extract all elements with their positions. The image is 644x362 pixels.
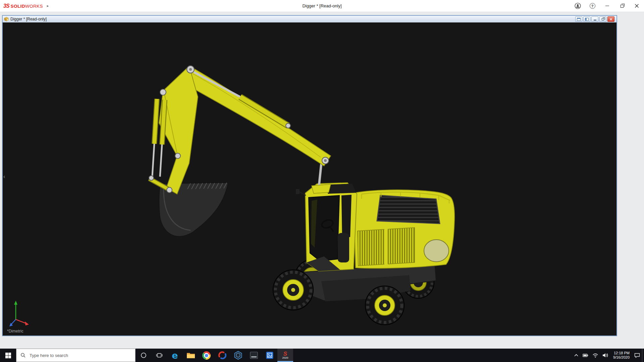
task-view-icon	[156, 352, 163, 358]
pinned-app-3-button[interactable]	[246, 349, 262, 362]
close-icon	[609, 18, 612, 21]
digger-3d-model[interactable]	[3, 22, 616, 336]
pinned-app-2-button[interactable]	[230, 349, 246, 362]
brand-solid: SOLID	[11, 4, 25, 9]
task-view-button[interactable]	[151, 349, 167, 362]
seat	[338, 233, 349, 262]
screen: 3S SOLIDWORKS ▸ Digger * [Read-only] ?	[0, 0, 644, 362]
restore-button[interactable]	[614, 0, 629, 12]
photos-app-icon	[266, 351, 274, 359]
cortana-button[interactable]	[136, 349, 151, 362]
doc-close-button[interactable]	[607, 16, 614, 22]
doc-window-layout-button-2[interactable]	[583, 16, 590, 22]
wifi-icon	[592, 353, 598, 358]
panel-collapse-arrow-icon[interactable]: ‹	[3, 174, 5, 179]
mirror	[296, 189, 300, 194]
pinned-app-4-button[interactable]	[262, 349, 277, 362]
orientation-triad	[9, 301, 29, 326]
close-icon	[635, 4, 639, 8]
cortana-icon	[141, 352, 147, 358]
doc-restore-button[interactable]	[599, 16, 606, 22]
taskbar-spacer	[293, 349, 572, 362]
user-icon	[575, 3, 581, 9]
composer-hexagon-icon	[234, 351, 242, 360]
restore-icon	[621, 5, 624, 8]
edrawings-icon	[218, 351, 226, 359]
terminal-app-icon	[250, 351, 258, 359]
minimize-icon	[594, 20, 596, 20]
folder-icon	[186, 352, 195, 359]
brand-works: WORKS	[25, 4, 43, 9]
taskbar: e	[0, 349, 644, 362]
search-icon	[20, 353, 26, 358]
start-button[interactable]	[0, 349, 16, 362]
help-icon: ?	[590, 3, 595, 9]
engine-housing[interactable]	[354, 190, 454, 268]
search-input[interactable]	[29, 353, 135, 358]
volume-button[interactable]	[600, 349, 610, 362]
document-title: Digger * [Read-only]	[10, 17, 47, 21]
pinned-app-1-button[interactable]	[214, 349, 230, 362]
app-titlebar: 3S SOLIDWORKS ▸ Digger * [Read-only] ?	[0, 0, 644, 12]
help-button[interactable]: ?	[585, 0, 600, 12]
doc-window-layout-button-1[interactable]	[575, 16, 582, 22]
window-layout-icon	[577, 18, 581, 21]
chevron-up-icon	[574, 354, 579, 357]
speaker-icon	[602, 353, 608, 358]
edge-icon: e	[172, 351, 178, 360]
document-window-controls	[575, 16, 615, 22]
edge-button[interactable]: e	[167, 349, 183, 362]
taskbar-search[interactable]	[16, 349, 136, 362]
3s-logo-icon: 3S	[3, 3, 9, 9]
action-center-button[interactable]	[632, 349, 642, 362]
action-center-icon	[634, 353, 640, 358]
view-orientation-label: *Dimetric	[7, 329, 23, 334]
document-icon	[4, 17, 9, 21]
file-explorer-button[interactable]	[183, 349, 199, 362]
doc-minimize-button[interactable]	[591, 16, 598, 22]
solidworks-taskbar-button[interactable]: S 2020	[277, 349, 293, 362]
battery-button[interactable]	[581, 349, 590, 362]
graphics-viewport[interactable]: ‹ *Dimetric	[3, 22, 616, 336]
window-title: Digger * [Read-only]	[0, 3, 644, 8]
window-controls: ?	[570, 0, 644, 12]
window-layout-icon	[585, 18, 589, 21]
cab[interactable]	[296, 183, 357, 271]
close-button[interactable]	[629, 0, 644, 12]
solidworks-version-badge: 2020	[282, 356, 288, 359]
show-desktop-button[interactable]	[642, 349, 644, 362]
minimize-button[interactable]	[600, 0, 614, 12]
document-titlebar[interactable]: Digger * [Read-only]	[3, 16, 616, 22]
restore-icon	[602, 18, 604, 20]
tray-expand-button[interactable]	[572, 349, 581, 362]
windows-logo-icon	[5, 353, 11, 358]
boom-arm[interactable]	[159, 66, 331, 194]
chrome-icon	[202, 351, 211, 360]
solidworks-icon: S 2020	[282, 352, 288, 359]
account-button[interactable]	[570, 0, 585, 12]
menu-expand-arrow-icon[interactable]: ▸	[47, 4, 49, 8]
wheel-front-left[interactable]	[273, 270, 313, 310]
chrome-button[interactable]	[199, 349, 214, 362]
taskbar-clock[interactable]: 12:18 PM 9/16/2020	[610, 349, 632, 362]
document-window: Digger * [Read-only]	[2, 15, 617, 336]
wheel-rear-left[interactable]	[365, 286, 404, 325]
solidworks-glyph: S	[283, 352, 287, 356]
network-button[interactable]	[590, 349, 600, 362]
battery-icon	[583, 354, 588, 357]
minimize-icon	[605, 6, 609, 6]
app-background: Digger * [Read-only]	[0, 12, 644, 349]
clock-time: 12:18 PM	[614, 351, 630, 355]
solidworks-logo[interactable]: 3S SOLIDWORKS ▸	[0, 0, 52, 12]
clock-date: 9/16/2020	[613, 355, 630, 360]
